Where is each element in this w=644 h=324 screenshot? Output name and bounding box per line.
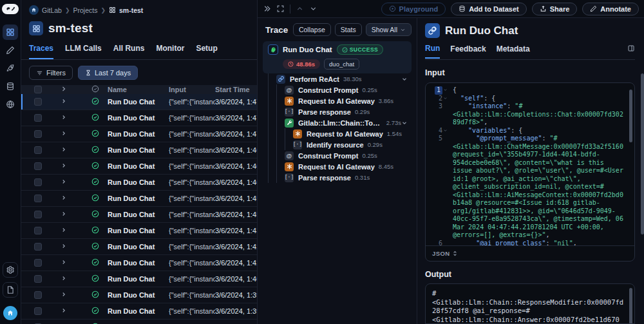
row-name[interactable]: Run Duo Chat [108,130,169,138]
langsmith-logo-icon[interactable] [2,4,19,14]
input-code-box[interactable]: 1{2 "self": {3 "instance": "#<Gitlab::Ll… [425,82,635,262]
trace-node[interactable]: @Construct Prompt0.25s [261,84,413,95]
row-expand-chevron-icon[interactable] [61,259,67,267]
side-panel-toggle-icon[interactable] [627,43,635,59]
row-expand-chevron-icon[interactable] [61,146,67,154]
fold-chevron-icon[interactable] [443,88,449,92]
column-input[interactable]: Input [169,86,215,93]
row-checkbox[interactable] [34,227,42,234]
table-row[interactable]: Run Duo Chat{"self":{"instance":"#...3/6… [21,110,257,126]
table-row[interactable]: Run Duo Chat{"self":{"instance":"#...3/6… [21,319,257,324]
row-checkbox[interactable] [34,275,42,283]
filters-button[interactable]: Filters [29,66,73,80]
table-row[interactable]: Run Duo Chat{"self":{"instance":"#...3/6… [21,303,257,319]
row-checkbox[interactable] [34,162,42,170]
add-to-dataset-button[interactable]: Add to Dataset [451,3,527,15]
row-checkbox[interactable] [34,211,42,218]
trace-node[interactable]: [·]Parse response0.31s [261,172,413,183]
fold-chevron-icon[interactable] [443,128,449,133]
output-box[interactable]: #<Gitlab::Llm::Chain::ResponseModifier:0… [425,283,635,324]
table-row[interactable]: Run Duo Chat{"self":{"instance":"#...3/6… [21,271,257,287]
fold-chevron-icon[interactable] [443,96,449,100]
row-expand-chevron-icon[interactable] [61,211,67,218]
breadcrumb-org[interactable]: GitLab [42,6,62,14]
table-row[interactable]: Run Duo Chat{"self":{"instance":"#...3/6… [21,287,257,303]
table-row[interactable]: Run Duo Chat{"self":{"instance":"#...3/6… [21,175,257,191]
row-name[interactable]: Run Duo Chat [108,259,169,267]
table-row[interactable]: Run Duo Chat{"self":{"instance":"#...3/6… [21,126,257,142]
user-avatar[interactable] [3,306,17,320]
table-row[interactable]: Run Duo Chat{"self":{"instance":"#...3/6… [21,255,257,271]
detail-panel-scrollbar[interactable] [641,73,644,234]
format-select-arrows-icon[interactable] [452,251,458,256]
table-row[interactable]: Run Duo Chat{"self":{"instance":"#...3/6… [21,191,257,207]
trace-root-node[interactable]: Run Duo Chat SUCCESS 48.86s duo_ch [263,41,412,73]
row-expand-chevron-icon[interactable] [61,275,67,283]
table-row[interactable]: Run Duo Chat{"self":{"instance":"#...3/6… [21,207,257,223]
row-expand-chevron-icon[interactable] [61,291,67,299]
table-row[interactable]: Run Duo Chat{"self":{"instance":"#...3/6… [21,239,257,255]
output-scrollbar[interactable] [629,288,632,324]
row-checkbox[interactable] [34,243,42,251]
format-select[interactable]: JSON [432,250,450,257]
column-name[interactable]: Name [108,86,169,93]
tab-monitor[interactable]: Monitor [156,44,184,59]
table-row[interactable]: Run Duo Chat{"self":{"instance":"#...3/6… [21,142,257,158]
trace-node[interactable]: Gitlab::Llm::Chain::Tools::IssueReader::… [261,117,413,128]
run-tag[interactable]: duo_chat [324,59,359,70]
row-name[interactable]: Run Duo Chat [108,146,169,154]
column-start-time[interactable]: Start Time [215,86,257,93]
playground-button[interactable]: Playground [381,3,446,15]
input-scrollbar[interactable] [629,90,632,142]
docs-icon[interactable] [3,282,18,298]
table-row[interactable]: Run Duo Chat{"self":{"instance":"#...3/6… [21,158,257,175]
row-name[interactable]: Run Duo Chat [108,98,169,106]
trace-node[interactable]: Request to AI Gateway3.86s [261,95,413,106]
trace-node[interactable]: Perform ReAct38.30s [261,73,413,84]
row-name[interactable]: Run Duo Chat [108,211,169,218]
settings-gear-icon[interactable] [3,262,18,278]
row-name[interactable]: Run Duo Chat [108,291,169,299]
sidebar-item-deployments[interactable] [3,61,18,76]
stats-button[interactable]: Stats [335,23,362,36]
row-checkbox[interactable] [34,146,42,154]
row-checkbox[interactable] [34,130,42,138]
row-name[interactable]: Run Duo Chat [108,162,169,170]
node-collapse-chevron-icon[interactable] [401,120,408,126]
tab-run[interactable]: Run [425,44,440,59]
row-expand-chevron-icon[interactable] [61,307,67,315]
row-name[interactable]: Run Duo Chat [108,195,169,202]
tab-feedback[interactable]: Feedback [450,44,486,58]
tab-all-runs[interactable]: All Runs [113,44,145,59]
sidebar-item-projects[interactable] [3,24,18,40]
row-name[interactable]: Run Duo Chat [108,307,169,315]
previous-run-chevron-icon[interactable] [296,5,304,13]
fullscreen-icon[interactable] [276,5,285,13]
row-expand-chevron-icon[interactable] [61,114,67,122]
row-name[interactable]: Run Duo Chat [108,178,169,186]
tab-setup[interactable]: Setup [196,44,217,59]
select-all-checkbox[interactable] [34,86,42,93]
collapse-button[interactable]: Collapse [293,23,331,36]
show-all-dropdown[interactable]: Show All [366,23,412,36]
row-expand-chevron-icon[interactable] [61,195,67,202]
breadcrumb-projects[interactable]: Projects [73,6,97,14]
expand-all-chevron-icon[interactable] [60,85,68,94]
row-checkbox[interactable] [34,178,42,186]
row-name[interactable]: Run Duo Chat [108,114,169,122]
sidebar-item-datasets[interactable] [3,79,18,94]
row-name[interactable]: Run Duo Chat [108,227,169,234]
org-home-icon[interactable] [29,5,39,15]
row-expand-chevron-icon[interactable] [61,243,67,251]
table-row[interactable]: Run Duo Chat{"self":{"instance":"#...3/6… [21,94,257,110]
row-name[interactable]: Run Duo Chat [108,243,169,251]
trace-node[interactable]: Request to AI Gateway1.54s [261,128,413,139]
annotate-button[interactable]: Annotate [582,3,639,15]
date-range-button[interactable]: Last 7 days [78,66,138,80]
next-run-chevron-icon[interactable] [309,5,317,13]
trace-node[interactable]: [·]Identify resource0.29s [261,139,413,150]
trace-node[interactable]: @Construct Prompt0.25s [261,150,413,161]
table-row[interactable]: Run Duo Chat{"self":{"instance":"#...3/6… [21,223,257,239]
tab-llm-calls[interactable]: LLM Calls [65,44,102,59]
row-checkbox[interactable] [34,98,42,106]
